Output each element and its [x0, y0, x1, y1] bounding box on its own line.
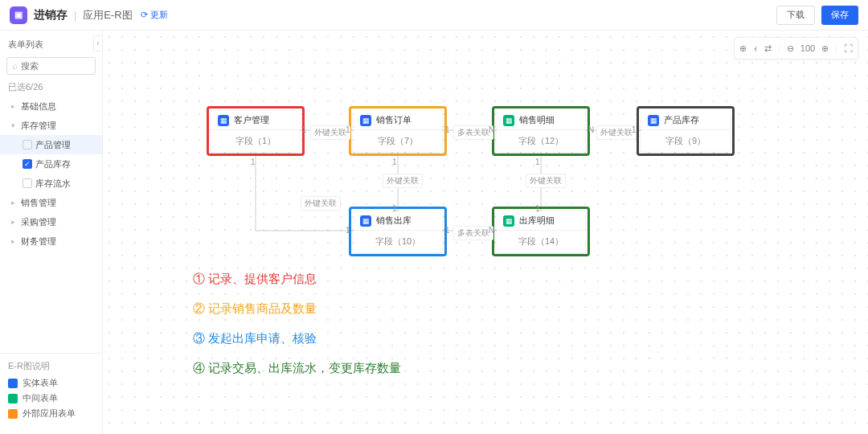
- caret-icon: ▸: [11, 237, 18, 245]
- cardinality: 1: [251, 158, 256, 166]
- er-node[interactable]: ▦销售明细字段（12）: [497, 111, 585, 152]
- node-type-icon: ▦: [360, 215, 371, 227]
- cardinality: 1: [392, 204, 397, 213]
- cardinality: 1: [535, 204, 540, 213]
- edge-label: 外键关联: [383, 174, 423, 188]
- node-fields: 字段（9）: [641, 130, 730, 152]
- node-fields: 字段（12）: [497, 130, 585, 152]
- tree-group[interactable]: ▸采购管理: [0, 212, 102, 231]
- app-name: 进销存: [34, 8, 68, 23]
- caret-icon: ▸: [11, 102, 18, 110]
- cardinality: 1: [445, 226, 450, 235]
- node-type-icon: ▦: [503, 115, 514, 126]
- cardinality: 1: [535, 158, 540, 166]
- node-title: 销售明细: [519, 114, 555, 126]
- edge-label: 多表关联: [453, 125, 493, 140]
- note-line: ③ 发起出库申请、核验: [193, 331, 401, 346]
- search-icon: ⌕: [12, 60, 18, 72]
- node-fields: 字段（1）: [211, 130, 300, 152]
- tree-group[interactable]: ▸基础信息: [0, 96, 102, 116]
- locate-icon[interactable]: ⊕: [739, 43, 747, 54]
- node-title: 出库明细: [519, 215, 555, 227]
- legend-color-icon: [8, 394, 18, 403]
- node-title: 客户管理: [234, 114, 269, 126]
- legend-color-icon: [8, 409, 18, 419]
- node-title: 销售出库: [376, 215, 411, 227]
- node-type-icon: ▦: [218, 115, 229, 126]
- form-tree: ▸基础信息▾库存管理产品管理✓产品库存库存流水▸销售管理▸采购管理▸财务管理: [0, 96, 102, 353]
- app-logo: ▣: [10, 6, 27, 24]
- cardinality: N: [489, 125, 494, 134]
- cardinality: 1: [392, 158, 397, 166]
- legend-item: 外部应用表单: [8, 407, 94, 420]
- route-icon[interactable]: ⇄: [764, 43, 772, 54]
- er-node[interactable]: ▦出库明细字段（14）: [497, 211, 585, 252]
- tree-item[interactable]: ✓产品库存: [0, 154, 102, 174]
- cardinality: 1: [346, 226, 350, 235]
- tree-group[interactable]: ▸销售管理: [0, 193, 102, 212]
- cardinality: N: [588, 125, 594, 134]
- cardinality: N: [489, 226, 494, 235]
- edge-label: 外键关联: [301, 196, 341, 211]
- refresh-icon: ⟳: [141, 10, 148, 20]
- node-title: 销售订单: [376, 114, 411, 126]
- node-fields: 字段（14）: [497, 231, 585, 252]
- download-button[interactable]: 下载: [776, 6, 815, 25]
- zoom-in-button[interactable]: ⊕: [821, 43, 829, 54]
- legend-item: 中间表单: [8, 392, 94, 404]
- er-node[interactable]: ▦销售订单字段（7）: [354, 111, 442, 152]
- selection-count: 已选6/26: [0, 78, 102, 96]
- caret-icon: ▸: [11, 218, 18, 226]
- legend-item: 实体表单: [8, 377, 94, 389]
- tree-item[interactable]: 库存流水: [0, 174, 102, 193]
- fullscreen-icon[interactable]: ⛶: [844, 43, 853, 53]
- cardinality: 1: [346, 125, 350, 134]
- checkbox[interactable]: [23, 140, 32, 149]
- collapse-sidebar-button[interactable]: ‹: [93, 35, 103, 51]
- legend-color-icon: [8, 379, 18, 388]
- checkbox[interactable]: [23, 178, 32, 188]
- zoom-level: 100: [800, 43, 815, 53]
- save-button[interactable]: 保存: [821, 6, 858, 25]
- tree-group[interactable]: ▸财务管理: [0, 231, 102, 251]
- cardinality: 1: [302, 125, 307, 134]
- annotation-notes: ① 记录、提供客户信息② 记录销售商品及数量③ 发起出库申请、核验④ 记录交易、…: [193, 272, 401, 391]
- edge-label: 外键关联: [310, 125, 350, 140]
- breadcrumb: 应用E-R图: [83, 8, 132, 23]
- er-node[interactable]: ▦销售出库字段（10）: [354, 211, 442, 252]
- node-type-icon: ▦: [648, 115, 659, 126]
- checkbox[interactable]: ✓: [23, 159, 32, 169]
- er-node[interactable]: ▦客户管理字段（1）: [211, 111, 300, 152]
- note-line: ④ 记录交易、出库流水，变更库存数量: [193, 361, 401, 376]
- edge-label: 多表关联: [453, 226, 493, 240]
- caret-icon: ▸: [11, 199, 18, 207]
- node-type-icon: ▦: [360, 115, 371, 126]
- node-title: 产品库存: [664, 114, 699, 126]
- layout-icon[interactable]: ⫞: [753, 43, 758, 53]
- sidebar: ‹ 表单列表 ⌕ 已选6/26 ▸基础信息▾库存管理产品管理✓产品库存库存流水▸…: [0, 31, 103, 434]
- sidebar-title: 表单列表: [0, 35, 102, 54]
- note-line: ② 记录销售商品及数量: [193, 301, 401, 317]
- tree-item[interactable]: 产品管理: [0, 135, 102, 154]
- caret-icon: ▾: [11, 121, 18, 129]
- node-fields: 字段（7）: [354, 130, 442, 152]
- er-node[interactable]: ▦产品库存字段（9）: [641, 111, 730, 152]
- tree-group[interactable]: ▾库存管理: [0, 116, 102, 135]
- er-canvas[interactable]: ⊕ ⫞ ⇄ | ⊖ 100 ⊕ | ⛶ ▦客户管理字段（1）▦销售订单字段（7）…: [103, 31, 868, 434]
- legend-title: E-R图说明: [8, 360, 94, 372]
- node-fields: 字段（10）: [354, 231, 442, 252]
- note-line: ① 记录、提供客户信息: [193, 272, 401, 287]
- edge-label: 外键关联: [596, 125, 637, 140]
- refresh-button[interactable]: ⟳ 更新: [141, 9, 168, 21]
- search-input[interactable]: ⌕: [6, 57, 96, 75]
- edge-label: 外键关联: [526, 174, 566, 188]
- cardinality: 1: [632, 125, 637, 134]
- zoom-out-button[interactable]: ⊖: [787, 43, 794, 54]
- node-type-icon: ▦: [503, 215, 514, 227]
- canvas-toolbar: ⊕ ⫞ ⇄ | ⊖ 100 ⊕ | ⛶: [734, 37, 858, 59]
- cardinality: 1: [445, 125, 450, 134]
